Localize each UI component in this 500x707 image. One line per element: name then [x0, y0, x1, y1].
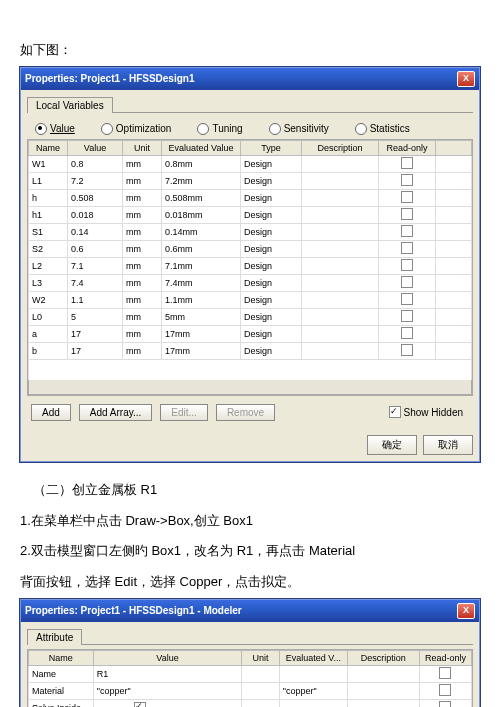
cell[interactable]: 7.2 [68, 172, 123, 189]
cell[interactable]: mm [123, 291, 162, 308]
cell[interactable] [279, 665, 347, 682]
cell[interactable] [302, 325, 379, 342]
cell[interactable] [302, 172, 379, 189]
cell[interactable] [302, 291, 379, 308]
table-row[interactable]: b17mm17mmDesign [29, 342, 472, 359]
cell[interactable] [302, 342, 379, 359]
cell[interactable]: L0 [29, 308, 68, 325]
tab-attribute[interactable]: Attribute [27, 629, 82, 645]
cell[interactable]: 5mm [162, 308, 241, 325]
cell[interactable]: mm [123, 274, 162, 291]
cell[interactable]: 17 [68, 342, 123, 359]
titlebar[interactable]: Properties: Project1 - HFSSDesign1 X [21, 68, 479, 90]
cell[interactable]: a [29, 325, 68, 342]
cell[interactable]: Design [241, 155, 302, 172]
radio-value[interactable]: Value [35, 123, 75, 135]
cell[interactable]: 0.14mm [162, 223, 241, 240]
cell[interactable] [302, 155, 379, 172]
cell[interactable]: Design [241, 325, 302, 342]
cell[interactable] [347, 665, 419, 682]
readonly-cell[interactable] [379, 223, 436, 240]
table-row[interactable]: S10.14mm0.14mmDesign [29, 223, 472, 240]
cell-value[interactable]: R1 [93, 665, 242, 682]
cell[interactable]: Design [241, 172, 302, 189]
col-header[interactable]: Value [68, 140, 123, 155]
cell[interactable]: h1 [29, 206, 68, 223]
table-row[interactable]: NameR1 [29, 665, 472, 682]
cell[interactable]: S2 [29, 240, 68, 257]
cell[interactable] [279, 699, 347, 707]
cell[interactable]: S1 [29, 223, 68, 240]
readonly-cell[interactable] [379, 291, 436, 308]
cell[interactable]: 17 [68, 325, 123, 342]
variables-grid[interactable]: NameValueUnitEvaluated ValueTypeDescript… [27, 139, 473, 396]
scrollbar-horizontal[interactable] [28, 380, 472, 395]
cell[interactable] [302, 223, 379, 240]
radio-optimization[interactable]: Optimization [101, 123, 172, 135]
cell[interactable]: 0.018 [68, 206, 123, 223]
table-row[interactable]: L17.2mm7.2mmDesign [29, 172, 472, 189]
cell[interactable] [302, 240, 379, 257]
cell[interactable] [302, 308, 379, 325]
col-header[interactable]: Description [347, 650, 419, 665]
cell[interactable] [242, 665, 279, 682]
table-row[interactable]: Solve Inside [29, 699, 472, 707]
cell[interactable]: W1 [29, 155, 68, 172]
cell[interactable] [242, 699, 279, 707]
col-header[interactable]: Read-only [379, 140, 436, 155]
col-header[interactable]: Description [302, 140, 379, 155]
cell[interactable]: 5 [68, 308, 123, 325]
close-icon[interactable]: X [457, 603, 475, 619]
cell[interactable] [302, 189, 379, 206]
readonly-cell[interactable] [419, 682, 471, 699]
radio-sensitivity[interactable]: Sensitivity [269, 123, 329, 135]
cell[interactable]: Design [241, 342, 302, 359]
cell[interactable]: L2 [29, 257, 68, 274]
show-hidden-checkbox[interactable]: Show Hidden [389, 404, 469, 421]
cell[interactable]: mm [123, 325, 162, 342]
table-row[interactable]: L05mm5mmDesign [29, 308, 472, 325]
cell[interactable] [347, 699, 419, 707]
cell[interactable]: mm [123, 172, 162, 189]
cell[interactable]: mm [123, 308, 162, 325]
table-row[interactable]: W10.8mm0.8mmDesign [29, 155, 472, 172]
cell[interactable]: mm [123, 206, 162, 223]
readonly-cell[interactable] [379, 342, 436, 359]
ok-button[interactable]: 确定 [367, 435, 417, 455]
readonly-cell[interactable] [379, 155, 436, 172]
cell[interactable]: 7.2mm [162, 172, 241, 189]
cell[interactable]: 1.1mm [162, 291, 241, 308]
add-button[interactable]: Add [31, 404, 71, 421]
table-row[interactable]: h10.018mm0.018mmDesign [29, 206, 472, 223]
cell[interactable]: 17mm [162, 342, 241, 359]
cell[interactable]: mm [123, 342, 162, 359]
col-header[interactable]: Type [241, 140, 302, 155]
readonly-cell[interactable] [379, 308, 436, 325]
cell[interactable]: 7.4mm [162, 274, 241, 291]
cell[interactable]: Design [241, 223, 302, 240]
col-header[interactable]: Unit [242, 650, 279, 665]
table-row[interactable]: L37.4mm7.4mmDesign [29, 274, 472, 291]
readonly-cell[interactable] [379, 189, 436, 206]
cell[interactable] [302, 257, 379, 274]
table-row[interactable]: W21.1mm1.1mmDesign [29, 291, 472, 308]
cell[interactable]: 7.4 [68, 274, 123, 291]
cell[interactable] [242, 682, 279, 699]
cell[interactable]: 0.14 [68, 223, 123, 240]
cell[interactable] [347, 682, 419, 699]
radio-statistics[interactable]: Statistics [355, 123, 410, 135]
cell[interactable]: mm [123, 189, 162, 206]
table-row[interactable]: S20.6mm0.6mmDesign [29, 240, 472, 257]
cell-name[interactable]: Name [29, 665, 94, 682]
titlebar[interactable]: Properties: Project1 - HFSSDesign1 - Mod… [21, 600, 479, 622]
cell[interactable]: W2 [29, 291, 68, 308]
attribute-grid[interactable]: NameValueUnitEvaluated V...DescriptionRe… [27, 649, 473, 707]
cell[interactable]: L1 [29, 172, 68, 189]
readonly-cell[interactable] [379, 206, 436, 223]
cell[interactable]: mm [123, 223, 162, 240]
cell[interactable]: Design [241, 240, 302, 257]
cell[interactable]: mm [123, 257, 162, 274]
cell[interactable]: 17mm [162, 325, 241, 342]
cell[interactable]: 0.8mm [162, 155, 241, 172]
table-row[interactable]: h0.508mm0.508mmDesign [29, 189, 472, 206]
